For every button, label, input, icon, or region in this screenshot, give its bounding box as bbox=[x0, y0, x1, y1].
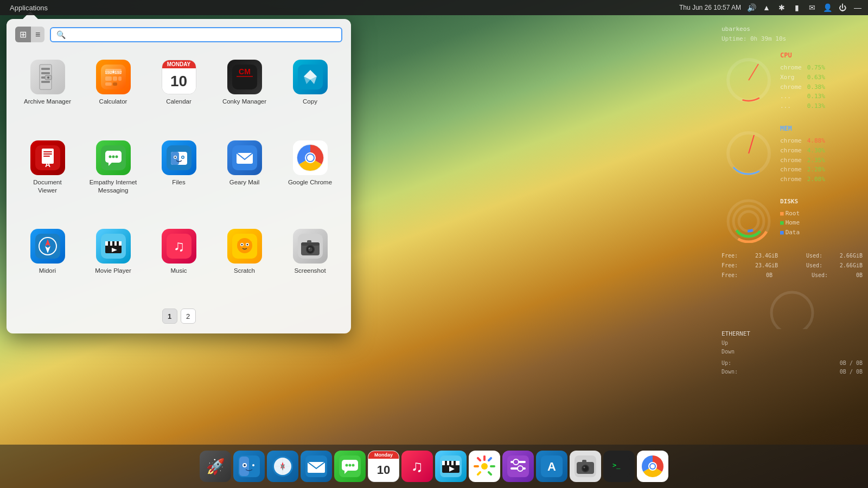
dock-item-settings[interactable] bbox=[502, 451, 534, 482]
dock-item-chrome[interactable] bbox=[637, 451, 668, 482]
app-label-midori: Midori bbox=[39, 267, 56, 275]
svg-point-104 bbox=[349, 464, 352, 467]
svg-text:A: A bbox=[44, 160, 50, 169]
mail-icon bbox=[305, 455, 327, 477]
svg-point-91 bbox=[252, 464, 254, 466]
dock-item-finder[interactable] bbox=[233, 451, 265, 482]
svg-point-132 bbox=[583, 466, 588, 471]
app-label-calendar: Calendar bbox=[166, 98, 192, 106]
app-icon-archive-manager bbox=[30, 60, 65, 94]
dock-item-music[interactable]: ♫ bbox=[401, 451, 433, 482]
svg-point-124 bbox=[513, 459, 519, 465]
dock-item-messages[interactable] bbox=[334, 451, 366, 482]
dock-item-terminal[interactable]: >_ bbox=[603, 451, 635, 482]
grid-view-button[interactable]: ⊞ bbox=[15, 27, 31, 42]
ethernet-values: Up:0B / 0B Down:0B / 0B bbox=[722, 359, 863, 376]
calendar-icon-inner: Monday 10 bbox=[162, 60, 196, 94]
app-label-archive-manager: Archive Manager bbox=[24, 98, 71, 106]
svg-rect-53 bbox=[112, 241, 114, 246]
disks-section: DISKS ■Root ■Home ■Data bbox=[722, 194, 863, 248]
page-1-button[interactable]: 1 bbox=[162, 309, 177, 324]
battery-icon[interactable]: ▮ bbox=[792, 3, 802, 12]
app-icon-scratch bbox=[227, 229, 262, 264]
app-icon-midori bbox=[30, 229, 65, 264]
cpu-section: CPU chrome 0.75% Xorg 0.63% chrome 0.38%… bbox=[722, 48, 863, 118]
dock-item-photos[interactable] bbox=[469, 451, 500, 482]
app-item-music[interactable]: ♫ Music bbox=[149, 222, 209, 298]
dock-item-mail[interactable] bbox=[301, 451, 332, 482]
dock-item-calendar[interactable]: Monday 10 bbox=[368, 451, 399, 482]
app-item-scratch[interactable]: Scratch bbox=[214, 222, 275, 298]
page-2-button[interactable]: 2 bbox=[181, 309, 196, 324]
calendar-month: Monday bbox=[162, 60, 196, 68]
app-item-calendar[interactable]: Monday 10 Calendar bbox=[149, 53, 209, 129]
dock-item-movieplayer[interactable] bbox=[435, 451, 467, 482]
pagination: 1 2 bbox=[7, 309, 351, 333]
dock-item-camera[interactable] bbox=[570, 451, 601, 482]
app-label-geary-mail: Geary Mail bbox=[229, 178, 260, 187]
ethernet-updown: Up Down bbox=[722, 339, 863, 356]
svg-rect-54 bbox=[117, 241, 119, 246]
applications-menu[interactable]: Applications bbox=[5, 3, 52, 13]
mem-row-1: chrome 4.30% bbox=[780, 146, 825, 156]
app-icon-files bbox=[162, 140, 196, 175]
mem-label: MEM chrome 4.88% chrome 4.30% chrome 2.3… bbox=[780, 124, 825, 184]
app-icon-copy bbox=[293, 60, 328, 94]
mem-row-3: chrome 2.28% bbox=[780, 165, 825, 175]
svg-point-140 bbox=[650, 464, 655, 468]
safari-icon bbox=[272, 455, 293, 477]
terminal-icon: >_ bbox=[608, 455, 630, 477]
app-item-conky-manager[interactable]: CM Conky Manager bbox=[214, 53, 275, 129]
bluetooth-icon[interactable]: ✱ bbox=[777, 3, 787, 12]
svg-rect-23 bbox=[43, 153, 52, 155]
minimize-icon[interactable]: — bbox=[853, 3, 863, 12]
svg-point-29 bbox=[108, 155, 111, 158]
email-icon[interactable]: ✉ bbox=[807, 3, 817, 12]
disk-stat-1: Free: 23.4GiB Used: 2.66GiB bbox=[722, 261, 863, 271]
disk-stats: Free: 23.4GiB Used: 2.66GiB Free: 23.4Gi… bbox=[722, 251, 863, 280]
menubar-left: Applications bbox=[5, 3, 52, 13]
app-icon-geary-mail bbox=[227, 140, 262, 175]
app-item-screenshot[interactable]: Screenshot bbox=[280, 222, 340, 298]
svg-rect-134 bbox=[582, 460, 586, 463]
wifi-icon[interactable]: ▲ bbox=[762, 3, 771, 12]
svg-point-31 bbox=[115, 155, 118, 158]
app-item-midori[interactable]: Midori bbox=[17, 222, 78, 298]
chrome-dock-icon bbox=[641, 454, 665, 478]
app-item-document-viewer[interactable]: A Document Viewer bbox=[17, 134, 78, 217]
appstore-icon: A bbox=[541, 455, 563, 477]
app-item-files[interactable]: Files bbox=[149, 134, 209, 217]
list-view-button[interactable]: ≡ bbox=[31, 27, 44, 42]
disk-stat-0: Free: 23.4GiB Used: 2.66GiB bbox=[722, 251, 863, 261]
app-item-copy[interactable]: Copy bbox=[280, 53, 340, 129]
svg-rect-24 bbox=[43, 156, 50, 157]
cpu-label: CPU chrome 0.75% Xorg 0.63% chrome 0.38%… bbox=[780, 50, 825, 111]
svg-point-113 bbox=[481, 463, 488, 470]
datetime-display: Thu Jun 26 10:57 AM bbox=[679, 4, 741, 11]
dock-item-safari[interactable] bbox=[267, 451, 298, 482]
svg-line-77 bbox=[749, 135, 754, 153]
app-item-movie-player[interactable]: Movie Player bbox=[83, 222, 143, 298]
search-input[interactable] bbox=[69, 30, 336, 39]
power-icon[interactable]: ⏻ bbox=[838, 3, 847, 12]
svg-rect-1 bbox=[41, 68, 50, 70]
volume-icon[interactable]: 🔊 bbox=[746, 3, 756, 12]
cpu-row-3: ... 0.13% bbox=[780, 92, 825, 101]
app-label-document-viewer: Document Viewer bbox=[23, 178, 72, 195]
conky-uptime: Uptime: 0h 39m 10s bbox=[722, 34, 863, 44]
app-item-calculator[interactable]: + 192+192 Calculator bbox=[83, 53, 143, 129]
dock-item-appstore[interactable]: A bbox=[536, 451, 567, 482]
app-label-empathy: Empathy Internet Messaging bbox=[89, 178, 138, 195]
svg-point-38 bbox=[182, 156, 183, 158]
svg-rect-111 bbox=[454, 461, 456, 465]
search-box[interactable]: 🔍 bbox=[50, 27, 342, 42]
app-item-archive-manager[interactable]: Archive Manager bbox=[17, 53, 78, 129]
app-item-empathy[interactable]: Empathy Internet Messaging bbox=[83, 134, 143, 217]
app-item-geary-mail[interactable]: Geary Mail bbox=[214, 134, 275, 217]
dock-item-launchpad[interactable]: 🚀 bbox=[200, 451, 231, 482]
svg-point-6 bbox=[47, 76, 49, 79]
mem-row-0: chrome 4.88% bbox=[780, 136, 825, 146]
ethernet-down: Down:0B / 0B bbox=[722, 368, 863, 376]
app-item-google-chrome[interactable]: Google Chrome bbox=[280, 134, 340, 217]
user-icon[interactable]: 👤 bbox=[822, 3, 832, 12]
